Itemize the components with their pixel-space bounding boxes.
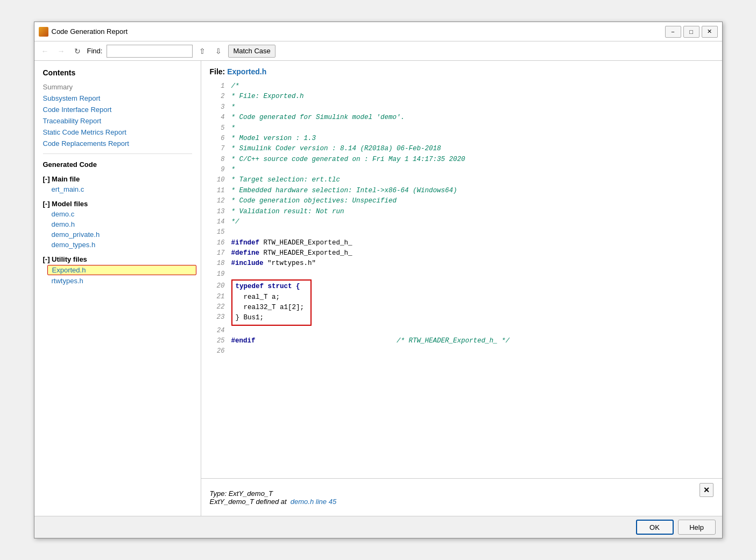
code-line-1: 1/*	[210, 81, 713, 92]
sidebar-file-exported-h[interactable]: Exported.h	[47, 265, 196, 275]
defined-at: ExtY_demo_T defined at demo.h line 45	[210, 498, 337, 506]
code-line-16: 16#ifndef RTW_HEADER_Exported_h_	[210, 238, 713, 248]
window-controls: − □ ✕	[665, 26, 718, 38]
sidebar-item-code-interface[interactable]: Code Interface Report	[34, 104, 201, 115]
sidebar-item-traceability[interactable]: Traceability Report	[34, 115, 201, 127]
contents-title: Contents	[34, 66, 201, 81]
code-line-11: 11 * Embedded hardware selection: Intel-…	[210, 186, 713, 196]
sidebar-file-rtwtypes-h[interactable]: rtwtypes.h	[34, 276, 201, 286]
code-line-8: 8 * C/C++ source code generated on : Fri…	[210, 155, 713, 165]
toolbar: ← → ↻ Find: ⇧ ⇩ Match Case	[34, 41, 722, 61]
match-case-button[interactable]: Match Case	[228, 45, 275, 58]
code-line-5: 5 *	[210, 123, 713, 134]
utility-files-header: [-] Utility files	[34, 253, 201, 264]
code-block: 1/* 2 * File: Exported.h 3 * 4 * Code ge…	[210, 81, 713, 357]
code-line-10: 10 * Target selection: ert.tlc	[210, 175, 713, 185]
main-area: Contents Summary Subsystem Report Code I…	[34, 61, 722, 516]
generated-code-title: Generated Code	[34, 158, 201, 170]
code-line-4: 4 * Code generated for Simulink model 'd…	[210, 113, 713, 123]
sidebar-item-summary[interactable]: Summary	[34, 81, 201, 93]
ok-button[interactable]: OK	[636, 520, 674, 535]
defined-text: ExtY_demo_T defined at	[210, 498, 287, 506]
code-line-24: 24	[210, 326, 713, 336]
minimize-button[interactable]: −	[665, 26, 681, 38]
file-title: File: Exported.h	[210, 67, 713, 76]
code-line-7: 7 * Simulink Coder version : 8.14 (R2018…	[210, 144, 713, 154]
content-area: File: Exported.h 1/* 2 * File: Exported.…	[201, 61, 722, 516]
sidebar-file-demo-h[interactable]: demo.h	[34, 219, 201, 229]
footer: OK Help	[34, 516, 722, 538]
code-line-2: 2 * File: Exported.h	[210, 92, 713, 102]
sidebar-divider	[43, 153, 192, 154]
main-window: Code Generation Report − □ ✕ ← → ↻ Find:…	[34, 22, 723, 538]
code-line-15: 15	[210, 227, 713, 237]
model-files-header: [-] Model files	[34, 198, 201, 209]
close-button[interactable]: ✕	[702, 26, 718, 38]
code-line-17: 17#define RTW_HEADER_Exported_h_	[210, 248, 713, 258]
find-input[interactable]	[107, 45, 193, 58]
type-label: Type: ExtY_demo_T	[210, 489, 337, 498]
sidebar-file-demo-types-h[interactable]: demo_types.h	[34, 240, 201, 250]
find-label: Find:	[87, 47, 103, 55]
sidebar-file-ert-main-c[interactable]: ert_main.c	[34, 184, 201, 194]
code-line-6: 6 * Model version : 1.3	[210, 134, 713, 144]
content-scroll[interactable]: File: Exported.h 1/* 2 * File: Exported.…	[201, 61, 722, 478]
sidebar-file-demo-private-h[interactable]: demo_private.h	[34, 229, 201, 240]
bottom-close-button[interactable]: ✕	[700, 483, 713, 497]
code-line-13: 13 * Validation result: Not run	[210, 207, 713, 217]
maximize-button[interactable]: □	[683, 26, 700, 38]
code-line-25: 25#endif /* RTW_HEADER_Exported_h_ */	[210, 336, 713, 346]
sidebar-item-subsystem-report[interactable]: Subsystem Report	[34, 93, 201, 104]
sidebar-item-static-metrics[interactable]: Static Code Metrics Report	[34, 127, 201, 138]
sidebar-file-demo-c[interactable]: demo.c	[34, 209, 201, 219]
demo-h-link[interactable]: demo.h line 45	[291, 498, 336, 506]
code-line-26: 26	[210, 346, 713, 356]
typedef-block: 20212223 typedef struct { real_T a; real…	[210, 279, 713, 326]
forward-button[interactable]: →	[55, 45, 68, 58]
app-icon	[39, 27, 48, 37]
sidebar-item-code-replacements[interactable]: Code Replacements Report	[34, 138, 201, 149]
file-name-link[interactable]: Exported.h	[227, 67, 266, 76]
refresh-button[interactable]: ↻	[71, 45, 84, 58]
code-line-18: 18#include "rtwtypes.h"	[210, 258, 713, 269]
help-button[interactable]: Help	[678, 520, 716, 535]
code-line-19: 19	[210, 269, 713, 279]
title-bar: Code Generation Report − □ ✕	[34, 22, 722, 41]
main-file-header: [-] Main file	[34, 173, 201, 184]
file-label: File:	[210, 67, 225, 76]
bottom-text: Type: ExtY_demo_T ExtY_demo_T defined at…	[210, 489, 337, 506]
code-line-3: 3 *	[210, 102, 713, 113]
window-title: Code Generation Report	[52, 27, 665, 36]
bottom-panel: Type: ExtY_demo_T ExtY_demo_T defined at…	[201, 478, 722, 516]
code-line-14: 14 */	[210, 217, 713, 227]
back-button[interactable]: ←	[39, 45, 52, 58]
sidebar: Contents Summary Subsystem Report Code I…	[34, 61, 201, 516]
code-line-9: 9 *	[210, 165, 713, 175]
find-down-button[interactable]: ⇩	[212, 45, 225, 58]
code-line-12: 12 * Code generation objectives: Unspeci…	[210, 196, 713, 206]
find-up-button[interactable]: ⇧	[196, 45, 209, 58]
